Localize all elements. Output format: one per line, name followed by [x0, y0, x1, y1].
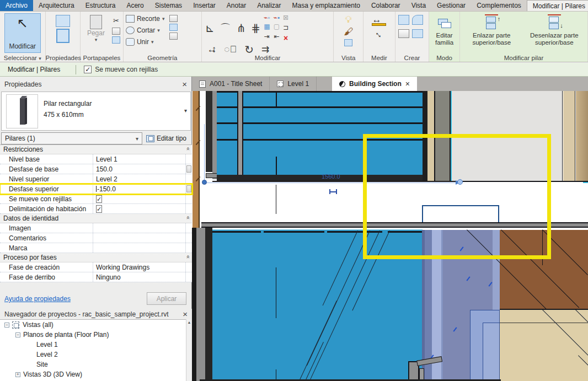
edit-type-button[interactable]: Editar tipo [145, 132, 191, 144]
desenlazar-button[interactable]: ↓ Desenlazar partesuperior/base [522, 13, 586, 53]
tab-modificar-pilares[interactable]: Modificar | Pilares [527, 0, 588, 11]
dimension-grip-dot[interactable] [202, 180, 207, 185]
collapse-box-icon[interactable]: − [4, 323, 9, 328]
expand-box-icon[interactable]: + [15, 372, 20, 377]
panel-label-seleccionar[interactable]: Seleccionar ▾ [0, 55, 45, 61]
offset-icon[interactable]: ⌒ [220, 23, 231, 33]
create-similar-icon[interactable] [412, 15, 423, 25]
linework-brush-icon[interactable]: 🖌︎ [344, 27, 353, 37]
scissors-icon[interactable]: ✂ [113, 16, 119, 26]
tab-insertar[interactable]: Insertar [188, 0, 221, 11]
properties-boxes-icon[interactable] [56, 15, 70, 27]
group-proceso-fases[interactable]: Proceso por fases» [0, 253, 192, 262]
properties-close-icon[interactable]: × [182, 81, 187, 88]
filter-combo[interactable]: Pilares (1) ▾ [1, 132, 142, 144]
move-icon[interactable]: ↔↕ [207, 45, 217, 55]
match-type-icon[interactable] [112, 36, 120, 44]
tree-item-site[interactable]: Site [0, 359, 186, 369]
demolish-icon[interactable] [169, 24, 178, 31]
tab-analizar[interactable]: Analizar [252, 0, 286, 11]
lightbulb-icon[interactable]: 💡︎ [345, 15, 352, 25]
room-bounding-checkbox[interactable]: ✓ [96, 205, 102, 213]
split-element-icon[interactable]: ⋔ [237, 23, 246, 33]
view-tab-level1[interactable]: Level 1 [270, 77, 317, 91]
tab-sistemas[interactable]: Sistemas [149, 0, 188, 11]
prop-row-comentarios[interactable]: Comentarios [0, 233, 192, 243]
associate-param-button[interactable] [186, 165, 191, 173]
view-tab-building-section[interactable]: Building Section× [332, 77, 417, 91]
prop-row-nivel-base[interactable]: Nivel baseLevel 1 [0, 154, 192, 164]
dimension-value-text[interactable]: 1560.0 [322, 173, 340, 180]
editar-familia-button[interactable]: Editar familia [430, 13, 458, 46]
create-assembly-icon[interactable] [398, 29, 409, 38]
type-selector[interactable]: Pilar rectangular 475 x 610mm ▾ [1, 92, 191, 131]
prop-row-desfase-base[interactable]: Desfase de base150.0 [0, 164, 192, 174]
enlazar-button[interactable]: ↑ Enlazar partesuperior/base [461, 13, 522, 53]
tree-item-planos[interactable]: −Planos de planta (Floor Plan) [0, 330, 186, 340]
measure-diagonal-icon[interactable]: ↔ [372, 28, 386, 41]
copy-element-icon[interactable]: ◌⃝ [224, 45, 237, 55]
copy-icon[interactable] [112, 28, 120, 35]
pin-icon[interactable]: ⊐ [283, 23, 288, 33]
view-tab-title-sheet[interactable]: A001 - Title Sheet [192, 77, 270, 91]
scale-icon[interactable]: ▢ [274, 23, 280, 30]
hide-element-icon[interactable] [344, 39, 352, 46]
cortar-button[interactable]: Cortar▾ [125, 24, 165, 36]
prop-row-desfase-superior[interactable]: Desfase superior-150.0 [0, 184, 192, 194]
create-group-icon[interactable] [398, 15, 409, 25]
prop-row-delimitacion[interactable]: Delimitación de habitación✓ [0, 204, 192, 214]
properties-palette-icon[interactable] [56, 29, 70, 43]
trim-extend-icon[interactable]: ⇉ [261, 45, 269, 55]
prop-row-imagen[interactable]: Imagen [0, 223, 192, 233]
tree-item-level1[interactable]: Level 1 [0, 340, 186, 350]
tab-masa-y-emplazamiento[interactable]: Masa y emplazamiento [287, 0, 366, 11]
prop-row-fase-derribo[interactable]: Fase de derriboNinguno [0, 272, 192, 282]
scroll-up-icon[interactable]: ▲ [186, 319, 192, 324]
associate-param-button[interactable] [186, 185, 191, 192]
column-overlay-nested-rect[interactable] [483, 323, 500, 381]
tab-archivo[interactable]: Archivo [0, 0, 33, 11]
collapse-box-icon[interactable]: − [15, 332, 20, 337]
tab-estructura[interactable]: Estructura [80, 0, 121, 11]
delete-icon[interactable]: × [284, 34, 288, 42]
rotate-icon[interactable]: ↻ [244, 45, 254, 55]
create-parts-icon[interactable] [412, 29, 423, 38]
tab-colaborar[interactable]: Colaborar [366, 0, 406, 11]
paste-button[interactable]: Pegar ▾ [82, 13, 110, 52]
array-icon[interactable]: ▦ [264, 23, 270, 30]
apply-button[interactable]: Aplicar [147, 292, 186, 305]
tab-complementos[interactable]: Complementos [471, 0, 527, 11]
tab-acero[interactable]: Acero [121, 0, 149, 11]
tree-item-vistas-3d[interactable]: +Vistas 3D (3D View) [0, 369, 186, 379]
properties-help-link[interactable]: Ayuda de propiedades [4, 295, 71, 303]
prop-row-fase-creacion[interactable]: Fase de creaciónWorking Drawings [0, 262, 192, 272]
unir-button[interactable]: Unir▾ [125, 36, 165, 47]
browser-scrollbar[interactable]: ▲ [186, 319, 192, 381]
desfase-superior-edit-field[interactable]: -150.0 [93, 184, 185, 194]
align-right-icon[interactable]: ⇥ [264, 31, 270, 41]
close-view-icon[interactable]: × [405, 79, 410, 88]
tab-arquitectura[interactable]: Arquitectura [33, 0, 80, 11]
paint-icon[interactable] [169, 33, 178, 40]
tab-gestionar[interactable]: Gestionar [431, 0, 471, 11]
indent-icon[interactable]: ⇤ [274, 31, 279, 41]
tab-vista[interactable]: Vista [406, 0, 431, 11]
mirror-axis-icon[interactable]: ⌁▫ [264, 14, 270, 22]
project-browser-close-icon[interactable]: × [183, 310, 188, 318]
tree-item-vistas[interactable]: −Vistas (all) [0, 320, 186, 330]
prop-row-marca[interactable]: Marca [0, 243, 192, 253]
wall-layers-icon[interactable] [169, 15, 178, 22]
drawing-canvas[interactable]: 1560.0 [192, 91, 588, 381]
mirror-icon[interactable]: ⌁▪ [274, 14, 280, 22]
measure-ruler-icon[interactable]: ↔ [372, 15, 386, 26]
prop-row-se-mueve[interactable]: Se mueve con rejillas✓ [0, 194, 192, 204]
moves-with-grids-checkbox[interactable]: ✓ [84, 66, 92, 73]
modify-tool-button[interactable]: ↖ Modificar [4, 13, 41, 53]
prop-row-nivel-superior[interactable]: Nivel superiorLevel 2 [0, 174, 192, 184]
type-selector-dropdown-icon[interactable]: ▾ [184, 108, 187, 114]
tab-anotar[interactable]: Anotar [221, 0, 252, 11]
moves-with-grids-prop-checkbox[interactable]: ✓ [96, 195, 102, 203]
group-datos-identidad[interactable]: Datos de identidad» [0, 214, 192, 223]
align-icon[interactable]: ⊾ [205, 23, 215, 33]
unpin-icon[interactable]: ⊠ [283, 14, 288, 22]
